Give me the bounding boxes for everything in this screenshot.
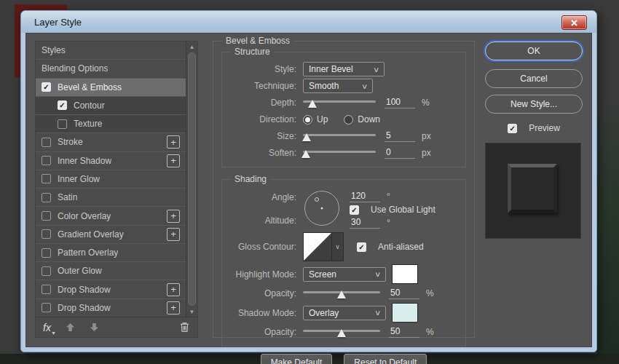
effect-checkbox-outer-glow[interactable] <box>42 266 51 276</box>
chevron-down-icon: ∨ <box>374 270 382 278</box>
effect-checkbox-color-overlay[interactable] <box>42 211 51 221</box>
effect-checkbox-inner-glow[interactable] <box>42 174 51 183</box>
direction-up-label: Up <box>317 114 328 124</box>
sidebar-item-texture[interactable]: Texture <box>36 115 186 133</box>
preview-row: ✓ Preview <box>485 123 583 133</box>
sidebar-item-styles[interactable]: Styles <box>36 41 186 60</box>
sidebar-item-inner-glow[interactable]: Inner Glow <box>36 170 186 189</box>
sidebar-item-outer-glow[interactable]: Outer Glow <box>36 262 186 280</box>
gloss-contour-thumbnail[interactable] <box>303 232 332 261</box>
slider-thumb[interactable] <box>337 329 346 337</box>
sidebar-item-label: Drop Shadow <box>58 285 111 295</box>
preview-thumbnail <box>485 143 581 239</box>
duplicate-effect-button[interactable]: + <box>167 154 180 167</box>
altitude-input[interactable]: 30 <box>350 217 380 229</box>
preview-checkbox[interactable]: ✓ <box>508 124 517 133</box>
cancel-button[interactable]: Cancel <box>485 69 583 88</box>
duplicate-effect-button[interactable]: + <box>167 301 180 314</box>
highlight-mode-dropdown[interactable]: Screen ∨ <box>303 267 386 282</box>
sidebar-item-drop-shadow[interactable]: Drop Shadow+ <box>36 280 186 298</box>
anti-aliased-checkbox[interactable]: ✓ <box>357 242 366 252</box>
anti-aliased-label: Anti-aliased <box>378 242 424 252</box>
shadow-opacity-slider[interactable] <box>303 327 380 337</box>
sidebar-item-inner-shadow[interactable]: Inner Shadow+ <box>36 152 186 170</box>
style-dropdown[interactable]: Inner Bevel ∨ <box>303 62 385 76</box>
effect-checkbox-drop-shadow[interactable] <box>42 303 51 312</box>
close-button[interactable] <box>561 15 587 30</box>
sidebar-item-blending-options[interactable]: Blending Options <box>36 60 186 78</box>
angle-label: Angle: <box>228 192 296 202</box>
technique-dropdown[interactable]: Smooth ∨ <box>303 79 373 93</box>
shadow-opacity-input[interactable]: 50 <box>389 326 419 338</box>
depth-slider[interactable] <box>303 98 376 108</box>
effect-checkbox-pattern-overlay[interactable] <box>42 248 51 258</box>
scroll-up-icon[interactable]: ▲ <box>186 41 197 52</box>
soften-input[interactable]: 0 <box>385 147 415 159</box>
scroll-down-icon[interactable]: ▼ <box>186 306 197 317</box>
slider-thumb[interactable] <box>337 290 346 298</box>
reset-to-default-button[interactable]: Reset to Default <box>344 354 427 364</box>
make-default-button[interactable]: Make Default <box>261 354 333 364</box>
style-label: Style: <box>228 64 296 74</box>
titlebar[interactable]: Layer Style <box>21 11 596 33</box>
sidebar-item-gradient-overlay[interactable]: Gradient Overlay+ <box>36 226 186 244</box>
duplicate-effect-button[interactable]: + <box>167 283 180 296</box>
gloss-contour-picker[interactable]: ∨ <box>303 232 344 261</box>
defaults-button-row: Make Default Reset to Default <box>221 347 466 364</box>
duplicate-effect-button[interactable]: + <box>167 135 180 149</box>
sidebar-item-label: Outer Glow <box>58 266 102 276</box>
gloss-contour-dropdown[interactable]: ∨ <box>332 232 344 261</box>
use-global-light-checkbox[interactable]: ✓ <box>350 205 359 215</box>
sidebar-item-color-overlay[interactable]: Color Overlay+ <box>36 207 186 225</box>
effect-checkbox-gradient-overlay[interactable] <box>42 229 51 239</box>
fx-caret-icon: ▼ <box>51 331 56 336</box>
effect-checkbox-satin[interactable] <box>42 193 51 202</box>
effect-checkbox-drop-shadow[interactable] <box>42 285 51 294</box>
slider-thumb[interactable] <box>302 133 311 141</box>
depth-input[interactable]: 100 <box>385 97 415 108</box>
effect-checkbox-inner-shadow[interactable] <box>42 156 51 165</box>
delete-effect-button[interactable] <box>179 322 190 333</box>
action-column: OK Cancel New Style... ✓ Preview <box>485 41 583 338</box>
highlight-color-swatch[interactable] <box>392 264 418 284</box>
duplicate-effect-button[interactable]: + <box>167 228 180 241</box>
duplicate-effect-button[interactable]: + <box>167 210 180 223</box>
slider-thumb[interactable] <box>308 100 317 108</box>
sidebar-item-label: Bevel & Emboss <box>58 82 122 92</box>
effect-checkbox-texture[interactable] <box>58 119 67 129</box>
sidebar-item-satin[interactable]: Satin <box>36 189 186 207</box>
direction-up-radio[interactable] <box>303 115 312 124</box>
slider-thumb[interactable] <box>301 150 310 158</box>
sidebar-item-label: Texture <box>74 119 102 129</box>
sidebar-item-contour[interactable]: ✓Contour <box>36 97 186 115</box>
ok-button[interactable]: OK <box>485 41 583 60</box>
soften-slider[interactable] <box>303 148 376 158</box>
highlight-opacity-input[interactable]: 50 <box>389 288 419 299</box>
effect-checkbox-contour[interactable]: ✓ <box>58 100 67 110</box>
scrollbar-thumb[interactable] <box>188 52 196 306</box>
sidebar-item-pattern-overlay[interactable]: Pattern Overlay <box>36 244 186 262</box>
highlight-opacity-slider[interactable] <box>303 288 380 298</box>
direction-down-radio[interactable] <box>344 115 353 124</box>
shadow-mode-dropdown[interactable]: Overlay ∨ <box>303 306 386 320</box>
sidebar-item-drop-shadow[interactable]: Drop Shadow+ <box>36 299 186 317</box>
fx-menu-button[interactable]: fx ▼ <box>43 323 51 333</box>
angle-values: 120 ° ✓ Use Global Light 30 ° <box>350 190 460 229</box>
size-slider[interactable] <box>303 131 376 141</box>
sidebar-item-stroke[interactable]: Stroke+ <box>36 133 186 151</box>
size-input[interactable]: 5 <box>385 130 415 142</box>
new-style-button[interactable]: New Style... <box>485 95 583 114</box>
move-effect-down-button[interactable] <box>90 323 99 332</box>
gloss-contour-row: Gloss Contour: ∨ ✓ Anti-aliased <box>228 232 460 262</box>
move-effect-up-button[interactable] <box>66 323 75 332</box>
shadow-color-swatch[interactable] <box>392 303 418 323</box>
effects-scrollbar[interactable]: ▲ ▼ <box>186 41 197 317</box>
soften-unit: px <box>422 148 431 158</box>
angle-dial[interactable] <box>304 191 339 226</box>
effect-checkbox-stroke[interactable] <box>42 138 51 147</box>
style-value: Inner Bevel <box>309 64 368 74</box>
effect-checkbox-bevel-emboss[interactable]: ✓ <box>42 82 51 92</box>
angle-input[interactable]: 120 <box>350 191 380 202</box>
effects-sidebar: StylesBlending Options✓Bevel & Emboss✓Co… <box>35 41 198 338</box>
sidebar-item-bevel-emboss[interactable]: ✓Bevel & Emboss <box>36 79 186 97</box>
